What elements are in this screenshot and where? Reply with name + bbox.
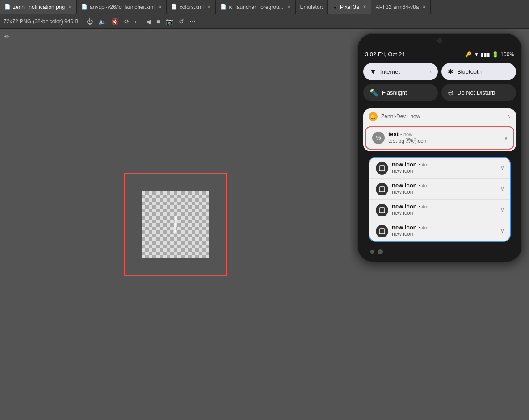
power-icon[interactable]: ⏻ [85,17,94,26]
phone-bottom-dots [363,245,516,258]
front-camera [437,38,442,43]
notif-item-newicon-1[interactable]: new icon · 4m new icon ∨ [369,158,510,178]
notif-item-newicon-2[interactable]: new icon · 4m new icon ∨ [369,178,510,199]
file-icon: 📄 [81,4,88,10]
notif-newicon-2-body: new icon [392,189,497,195]
notif-newicon-3-body: new icon [392,210,497,216]
tab-iclauncher[interactable]: 📄 ic_launcher_foregrou... ✕ [216,0,296,14]
svg-rect-3 [379,229,385,234]
quick-tiles: ▼ Internet › ✱ Bluetooth 🔦 Flashlight [358,59,521,105]
camera-icon[interactable]: 📷 [164,17,175,26]
notif-expand-2-icon[interactable]: ∨ [500,186,504,192]
pencil-icon[interactable]: ✏ [4,33,10,40]
wifi-icon: ▼ [474,51,479,58]
notif-newicon-2-icon [376,183,388,195]
status-right-icons: 🔑 ▼ ▮▮▮ 🔋 100% [465,51,514,58]
notif-collapse-icon[interactable]: ∧ [507,113,511,120]
wifi-tile-icon: ▼ [369,68,377,76]
close-tab-icon[interactable]: ✕ [158,4,162,9]
dnd-tile-icon: ⊖ [448,88,453,97]
notif-newicon-3-title: new icon · 4m [392,203,497,210]
close-tab-icon[interactable]: ✕ [422,4,426,9]
file-icon: 📄 [220,4,227,10]
tile-flashlight[interactable]: 🔦 Flashlight [363,84,438,101]
tab-pixel3a[interactable]: 📱 Pixel 3a ✕ [328,0,371,14]
stop-icon[interactable]: ■ [155,17,161,26]
phone-area: 3:02 Fri, Oct 21 🔑 ▼ ▮▮▮ 🔋 100% ▼ Intern… [350,29,529,420]
toolbar-separator: | [81,18,83,25]
volume-icon[interactable]: 🔈 [97,17,107,26]
phone-frame: 3:02 Fri, Oct 21 🔑 ▼ ▮▮▮ 🔋 100% ▼ Intern… [357,33,522,262]
phone-screen: 3:02 Fri, Oct 21 🔑 ▼ ▮▮▮ 🔋 100% ▼ Intern… [358,47,521,262]
vpn-icon: 🔑 [465,51,472,58]
notif-item-newicon-3[interactable]: new icon · 4m new icon ∨ [369,199,510,220]
notif-newicon-4-body: new icon [392,231,497,237]
close-tab-icon[interactable]: ✕ [287,4,291,9]
notif-expand-icon[interactable]: ∨ [504,135,508,141]
close-tab-icon[interactable]: ✕ [68,4,72,9]
canvas-content-icon: / [169,212,181,237]
close-tab-icon[interactable]: ✕ [363,4,366,9]
rotate-icon[interactable]: ⟳ [123,17,131,26]
phone-icon: 📱 [332,4,338,9]
file-icon: 📄 [171,4,177,10]
tab-bar: 📄 zenni_notification.png ✕ 📄 anydpi-v26/… [0,0,529,14]
notif-newicon-1-body: new icon [392,168,497,174]
notif-item-test[interactable]: % test · now test bg 透明icon ∨ [365,126,514,150]
file-icon: 📄 [4,4,11,10]
back-icon[interactable]: ◀ [145,17,152,26]
notif-newicon-4-title: new icon · 4m [392,224,497,231]
notif-expand-4-icon[interactable]: ∨ [500,228,504,234]
svg-rect-0 [379,166,385,171]
notif-newicon-3-content: new icon · 4m new icon [392,203,497,216]
notif-item-percent-icon: % [372,132,385,144]
tile-arrow-icon: › [430,69,432,75]
canvas-checkerboard: / [142,191,209,258]
notif-item-body: test bg 透明icon [388,137,500,145]
notif-newicon-4-icon [376,225,388,237]
notif-newicon-2-title: new icon · 4m [392,182,497,189]
fold-icon[interactable]: ▭ [134,17,142,26]
tile-internet[interactable]: ▼ Internet › [363,63,438,80]
notif-header: 🔔 Zenni-Dev · now ∧ [363,108,516,125]
notif-newicon-1-content: new icon · 4m new icon [392,161,497,174]
notif-newicon-4-content: new icon · 4m new icon [392,224,497,237]
tile-bluetooth[interactable]: ✱ Bluetooth [441,63,516,80]
notif-expand-1-icon[interactable]: ∨ [500,165,504,171]
notif-card-zenni: 🔔 Zenni-Dev · now ∧ % [363,108,516,151]
battery-level: 100% [500,51,514,58]
flashlight-tile-icon: 🔦 [369,88,378,97]
notif-newicon-3-icon [376,204,388,216]
tab-colors[interactable]: 📄 colors.xml ✕ [167,0,216,14]
dot-2 [378,249,383,254]
refresh-icon[interactable]: ↺ [177,17,185,26]
editor-area: ✏ / [0,29,350,420]
bluetooth-tile-icon: ✱ [448,67,453,76]
notif-item-title: test · now [388,131,500,137]
canvas-container: / [124,173,227,276]
bell-icon: 🔔 [370,114,376,120]
notif-item-newicon-4[interactable]: new icon · 4m new icon ∨ [369,220,510,241]
toolbar: 72x72 PNG (32-bit color) 946 B | ⏻ 🔈 🔇 ⟳… [0,14,529,29]
main-content: ✏ / 3:02 Fri, Oct 21 🔑 ▼ ▮▮▮ [0,29,529,420]
dot-1 [370,250,374,254]
more-icon[interactable]: ⋯ [188,17,197,26]
battery-icon: 🔋 [492,51,499,58]
notif-app-icon: 🔔 [369,112,378,121]
notif-title-sep: · [400,131,403,137]
notif-expand-3-icon[interactable]: ∨ [500,207,504,213]
file-info: 72x72 PNG (32-bit color) 946 B [4,18,78,25]
tab-zenni-notification[interactable]: 📄 zenni_notification.png ✕ [0,0,77,14]
tile-donotdisturb[interactable]: ⊖ Do Not Disturb [441,84,516,101]
phone-top [358,34,521,47]
notif-item-content: test · now test bg 透明icon [388,131,500,145]
svg-rect-2 [379,208,385,213]
tab-emulator-label[interactable]: Emulator: [296,0,328,14]
notif-newicon-1-icon [376,162,388,175]
notif-app-name: Zenni-Dev · now [381,113,503,120]
mute-icon[interactable]: 🔇 [110,17,120,26]
status-time: 3:02 Fri, Oct 21 [365,51,405,58]
close-tab-icon[interactable]: ✕ [207,4,211,9]
tab-api[interactable]: API 32 arm64-v8a ✕ [371,0,431,14]
tab-anydpi[interactable]: 📄 anydpi-v26/ic_launcher.xml ✕ [77,0,167,14]
